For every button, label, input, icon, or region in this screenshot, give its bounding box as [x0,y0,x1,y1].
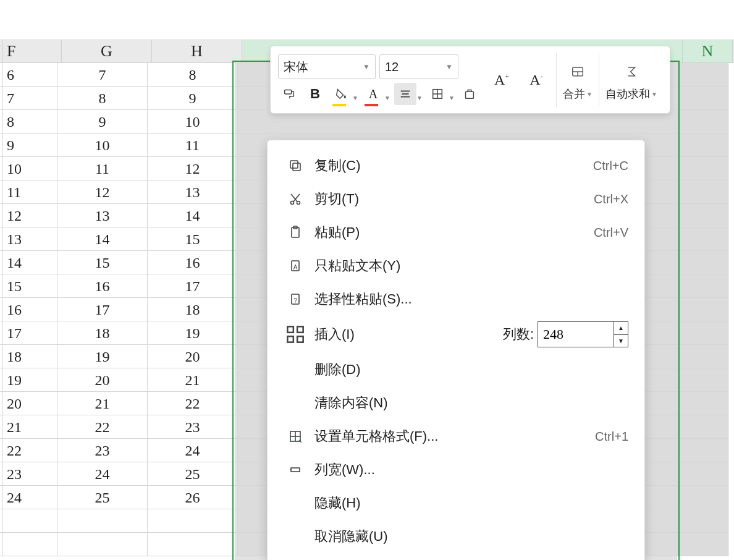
cell[interactable]: 16 [3,298,57,321]
cell[interactable]: 14 [148,204,238,227]
cell[interactable]: 24 [3,486,57,509]
cell[interactable]: 21 [3,415,57,439]
cell[interactable]: 19 [3,368,57,392]
increase-font-button[interactable]: A+ [491,69,513,91]
cell[interactable]: 10 [3,157,57,180]
cell[interactable]: 21 [57,392,148,415]
cell-selected[interactable] [678,321,728,345]
align-button[interactable]: ▼ [394,83,416,105]
col-count-spinner[interactable]: ▲ ▼ [538,321,628,347]
cell-selected[interactable] [678,251,728,274]
menu-paste[interactable]: 粘贴(P) Ctrl+V [268,216,644,249]
cell[interactable]: 13 [148,180,238,204]
cell[interactable]: 22 [148,392,238,415]
cell[interactable]: 19 [57,345,148,368]
cell[interactable]: 9 [148,87,238,110]
cell[interactable]: 10 [57,134,148,157]
font-color-button[interactable]: A ▼ [362,83,384,105]
merge-cells-label[interactable]: 合并▼ [563,87,593,101]
menu-copy[interactable]: 复制(C) Ctrl+C [268,149,644,182]
cell-selected[interactable] [678,227,728,251]
cell[interactable]: 13 [57,204,148,227]
cell[interactable]: 8 [57,87,148,110]
cell[interactable]: 11 [3,180,57,204]
menu-paste-text[interactable]: A 只粘贴文本(Y) [268,249,644,282]
cell[interactable]: 23 [57,439,148,462]
cell[interactable]: 25 [148,462,238,486]
fill-color-button[interactable]: ▼ [330,83,352,105]
menu-col-width[interactable]: 列宽(W)... [268,453,644,486]
cell-selected[interactable] [678,110,728,134]
menu-hide[interactable]: 隐藏(H) [268,486,644,520]
cell[interactable]: 20 [57,368,148,392]
menu-delete[interactable]: 删除(D) [268,353,644,386]
cell-selected[interactable] [678,157,728,180]
cell[interactable]: 23 [3,462,57,486]
cell[interactable]: 12 [148,157,238,180]
col-header-N[interactable]: N [683,40,733,62]
cell[interactable]: 22 [3,439,57,462]
col-header-F[interactable]: F [3,40,62,62]
spinner-up[interactable]: ▲ [614,322,628,335]
cell[interactable]: 26 [148,486,238,509]
cell[interactable]: 7 [57,63,148,87]
menu-clear[interactable]: 清除内容(N) [268,386,644,420]
cell-selected[interactable] [678,87,728,110]
cell[interactable]: 20 [148,345,238,368]
cell[interactable]: 13 [3,227,57,251]
font-name-dropdown[interactable]: 宋体 ▼ [278,54,376,79]
border-button[interactable]: ▼ [426,83,449,105]
cell[interactable]: 20 [3,392,57,415]
cell-selected[interactable] [678,392,728,415]
cell-selected[interactable] [678,204,728,227]
cell[interactable]: 24 [148,439,238,462]
col-count-input[interactable] [538,322,614,347]
cell[interactable]: 22 [57,415,148,439]
cell[interactable]: 12 [3,204,57,227]
cell[interactable]: 15 [57,251,148,274]
autosum-icon[interactable] [618,58,645,85]
cell[interactable]: 18 [57,321,148,345]
menu-paste-special[interactable]: ? 选择性粘贴(S)... [268,282,644,316]
cell[interactable]: 9 [3,134,57,157]
format-cells-button[interactable] [458,83,481,105]
cell[interactable]: 24 [57,462,148,486]
cell[interactable]: 8 [3,110,57,134]
cell[interactable]: 14 [3,251,57,274]
cell[interactable]: 15 [3,274,57,298]
cell[interactable]: 11 [57,157,148,180]
col-header-G[interactable]: G [62,40,152,62]
autosum-label[interactable]: 自动求和▼ [605,87,657,101]
cell-selected[interactable] [678,180,728,204]
cell[interactable]: 16 [148,251,238,274]
cell[interactable]: 7 [3,87,57,110]
cell-selected[interactable] [678,415,728,439]
cell[interactable]: 17 [148,274,238,298]
cell[interactable]: 8 [148,63,238,87]
cell[interactable]: 19 [148,321,238,345]
cell-selected[interactable] [678,134,728,157]
cell-selected[interactable] [678,274,728,298]
spinner-down[interactable]: ▼ [614,335,628,347]
cell[interactable]: 14 [57,227,148,251]
menu-cut[interactable]: 剪切(T) Ctrl+X [268,182,644,216]
cell[interactable]: 9 [57,110,148,134]
menu-format-cells[interactable]: 设置单元格格式(F)... Ctrl+1 [268,420,644,453]
cell[interactable]: 18 [148,298,238,321]
cell[interactable]: 25 [57,486,148,509]
format-painter-button[interactable] [278,83,300,105]
cell-selected[interactable] [678,368,728,392]
menu-unhide[interactable]: 取消隐藏(U) [268,520,644,553]
cell-selected[interactable] [678,462,728,486]
cell[interactable]: 10 [148,110,238,134]
cell[interactable]: 21 [148,368,238,392]
cell[interactable]: 23 [148,415,238,439]
merge-cells-icon[interactable] [564,58,591,85]
cell[interactable]: 6 [3,63,57,87]
bold-button[interactable]: B [304,83,326,105]
cell-selected[interactable] [678,298,728,321]
cell-selected[interactable] [678,63,728,87]
col-header-H[interactable]: H [152,40,242,62]
cell[interactable]: 11 [148,134,238,157]
cell[interactable]: 17 [57,298,148,321]
